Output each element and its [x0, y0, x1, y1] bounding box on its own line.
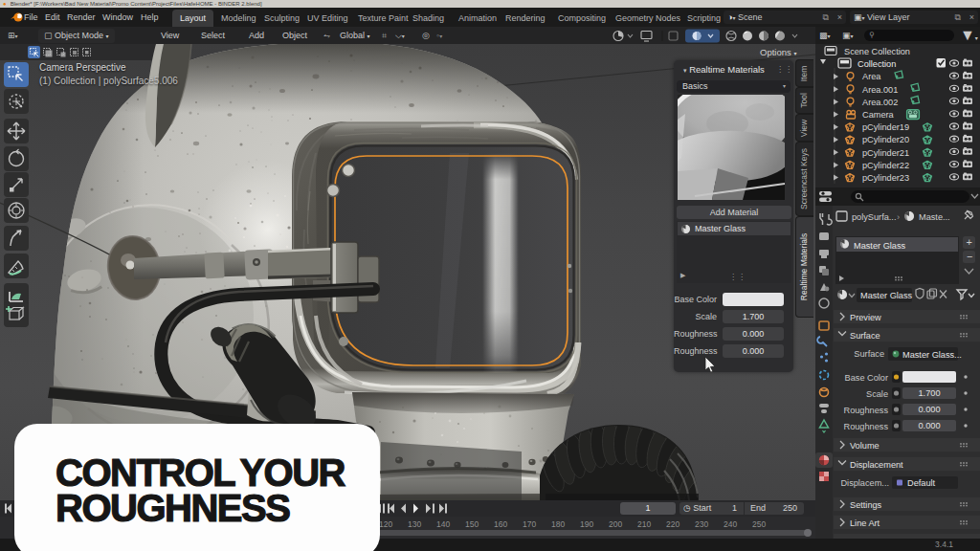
svg-text:Area.001: Area.001 — [862, 85, 898, 95]
svg-text:Camera: Camera — [862, 110, 895, 120]
svg-text:polySurfa...: polySurfa... — [852, 212, 896, 222]
svg-text:Master Glass: Master Glass — [860, 291, 913, 300]
svg-text:Default: Default — [907, 478, 936, 488]
svg-text:Maste...: Maste... — [919, 212, 950, 222]
svg-text:Collection: Collection — [858, 59, 896, 69]
svg-text:Area.002: Area.002 — [862, 98, 898, 107]
svg-text:Scene Collection: Scene Collection — [844, 47, 910, 56]
svg-text:pCylinder19: pCylinder19 — [862, 122, 909, 132]
svg-text:−: − — [967, 251, 972, 262]
svg-text:›: › — [897, 212, 900, 222]
svg-text:Area: Area — [862, 72, 881, 81]
svg-text:0.000: 0.000 — [919, 405, 941, 414]
svg-text:pCylinder21: pCylinder21 — [862, 148, 909, 158]
svg-text:pCylinder23: pCylinder23 — [862, 173, 909, 183]
svg-text:Roughness: Roughness — [844, 406, 889, 415]
svg-text:Master Glass...: Master Glass... — [902, 350, 962, 360]
svg-text:+: + — [967, 236, 972, 248]
svg-text:Base Color: Base Color — [845, 373, 888, 383]
svg-text:Displacem...: Displacem... — [840, 478, 889, 488]
svg-text:Surface: Surface — [854, 349, 884, 359]
svg-text:1.700: 1.700 — [919, 388, 941, 398]
svg-text:Surface: Surface — [850, 331, 880, 341]
svg-text:Displacement: Displacement — [850, 460, 903, 470]
svg-text:pCylinder20: pCylinder20 — [862, 135, 909, 144]
svg-text:Line Art: Line Art — [850, 518, 880, 528]
svg-text:0.000: 0.000 — [919, 421, 941, 430]
svg-text:Volume: Volume — [850, 441, 880, 451]
svg-text:Master Glass: Master Glass — [854, 241, 906, 251]
svg-text:Settings: Settings — [850, 500, 882, 510]
svg-text:Roughness: Roughness — [844, 422, 889, 431]
svg-text:Scale: Scale — [866, 389, 888, 399]
svg-text:pCylinder22: pCylinder22 — [862, 161, 909, 170]
svg-text:Preview: Preview — [850, 313, 881, 322]
